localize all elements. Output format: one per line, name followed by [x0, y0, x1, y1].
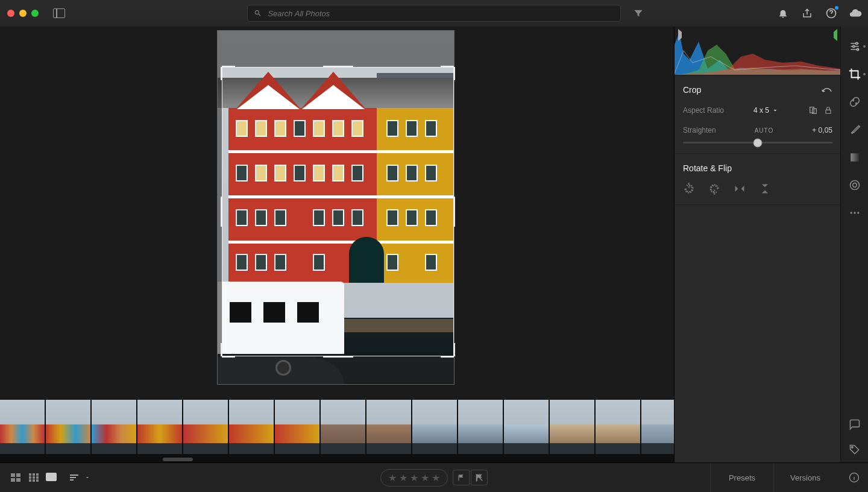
- filmstrip-thumb[interactable]: [550, 400, 594, 454]
- square-grid-button[interactable]: [28, 473, 40, 482]
- svg-point-5: [852, 45, 854, 47]
- filter-button[interactable]: [633, 8, 644, 19]
- svg-point-8: [852, 100, 854, 101]
- histogram-clip-right-icon[interactable]: [828, 29, 837, 41]
- flag-pick-button[interactable]: [453, 470, 470, 485]
- filmstrip-scroll[interactable]: [0, 400, 674, 455]
- versions-button[interactable]: Versions: [773, 463, 837, 492]
- flip-horizontal-icon[interactable]: [734, 183, 746, 195]
- straighten-label: Straighten: [683, 126, 716, 134]
- image-preview[interactable]: /*placeholder*/: [217, 30, 454, 385]
- linear-gradient-icon[interactable]: [841, 144, 868, 171]
- radial-gradient-icon[interactable]: [841, 171, 868, 199]
- crop-section: Crop Aspect Ratio 4 x 5: [675, 75, 841, 154]
- svg-rect-18: [16, 473, 20, 477]
- filmstrip[interactable]: [0, 400, 674, 463]
- svg-rect-25: [33, 476, 35, 479]
- filmstrip-thumb[interactable]: [183, 400, 228, 454]
- share-icon[interactable]: [800, 7, 814, 20]
- more-icon[interactable]: [841, 199, 868, 227]
- filmstrip-thumb[interactable]: [137, 400, 182, 454]
- detail-view-button[interactable]: [46, 473, 57, 481]
- svg-rect-29: [36, 479, 39, 482]
- filmstrip-thumb[interactable]: [458, 400, 503, 454]
- scrollbar-thumb[interactable]: [163, 458, 193, 461]
- cloud-sync-icon[interactable]: [849, 7, 862, 20]
- svg-point-12: [852, 183, 857, 188]
- filmstrip-thumb[interactable]: [92, 400, 136, 454]
- svg-rect-7: [849, 96, 860, 108]
- sort-control[interactable]: [69, 473, 90, 482]
- close-window-button[interactable]: [7, 10, 14, 17]
- svg-rect-3: [826, 110, 831, 113]
- filmstrip-thumb[interactable]: [504, 400, 549, 454]
- rotate-cw-icon[interactable]: [708, 183, 720, 195]
- chevron-down-icon: [772, 107, 779, 114]
- search-input[interactable]: [266, 8, 614, 19]
- svg-point-15: [857, 212, 859, 213]
- titlebar: [0, 0, 868, 27]
- histogram-clip-left-icon[interactable]: [678, 29, 688, 41]
- minimize-window-button[interactable]: [19, 10, 27, 17]
- edit-sliders-icon[interactable]: [841, 33, 868, 60]
- info-button[interactable]: [849, 472, 860, 483]
- flip-vertical-icon[interactable]: [759, 183, 771, 195]
- filmstrip-thumb[interactable]: [0, 400, 45, 454]
- preset-versions-group: Presets Versions: [710, 463, 837, 492]
- rotate-aspect-icon[interactable]: [808, 106, 818, 115]
- straighten-auto-button[interactable]: AUTO: [755, 127, 774, 134]
- brush-icon[interactable]: [841, 116, 868, 144]
- view-mode-group: [10, 473, 57, 482]
- help-icon[interactable]: [825, 7, 838, 20]
- filmstrip-thumb[interactable]: [229, 400, 274, 454]
- svg-rect-10: [851, 153, 859, 162]
- svg-rect-22: [33, 473, 35, 476]
- svg-rect-23: [36, 473, 39, 476]
- update-badge: [835, 6, 838, 10]
- filmstrip-thumb[interactable]: [321, 400, 365, 454]
- canvas-column: /*placeholder*/: [0, 27, 674, 463]
- search-field[interactable]: [247, 5, 621, 22]
- fullscreen-window-button[interactable]: [31, 10, 39, 17]
- svg-point-11: [850, 181, 859, 190]
- notifications-icon[interactable]: [776, 7, 790, 20]
- healing-icon[interactable]: [841, 88, 868, 116]
- aspect-ratio-dropdown[interactable]: 4 x 5: [753, 106, 779, 115]
- crop-panel: Crop Aspect Ratio 4 x 5: [674, 27, 841, 463]
- keywords-icon[interactable]: [841, 444, 868, 456]
- filmstrip-thumb[interactable]: [596, 400, 640, 454]
- star-rating[interactable]: ★★★★★: [380, 469, 448, 487]
- straighten-value: + 0,05: [812, 126, 832, 134]
- crop-title: Crop: [683, 85, 701, 95]
- svg-point-14: [854, 212, 855, 213]
- canvas-zone[interactable]: /*placeholder*/: [0, 27, 674, 400]
- svg-point-13: [850, 212, 852, 213]
- histogram[interactable]: [675, 27, 841, 75]
- filmstrip-thumb[interactable]: [366, 400, 411, 454]
- filmstrip-thumb[interactable]: [275, 400, 319, 454]
- svg-rect-26: [36, 476, 39, 479]
- svg-rect-19: [11, 478, 15, 482]
- chevron-down-icon: [84, 475, 90, 481]
- grid-view-button[interactable]: [10, 473, 22, 482]
- lock-aspect-icon[interactable]: [824, 106, 832, 115]
- filmstrip-scrollbar[interactable]: [0, 457, 674, 462]
- reset-crop-icon[interactable]: [822, 86, 832, 94]
- flag-reject-button[interactable]: [471, 470, 488, 485]
- straighten-slider[interactable]: [683, 142, 832, 144]
- rating-tools: ★★★★★: [380, 469, 488, 487]
- crop-tool-icon[interactable]: [841, 60, 868, 88]
- slider-thumb[interactable]: [753, 138, 763, 147]
- svg-rect-28: [33, 479, 35, 482]
- svg-rect-17: [11, 473, 15, 477]
- rotate-ccw-icon[interactable]: [683, 183, 695, 195]
- filmstrip-thumb[interactable]: [641, 400, 674, 454]
- filmstrip-thumb[interactable]: [46, 400, 90, 454]
- filmstrip-thumb[interactable]: [412, 400, 457, 454]
- crop-frame[interactable]: [222, 67, 454, 356]
- presets-button[interactable]: Presets: [710, 463, 773, 492]
- comments-icon[interactable]: [841, 418, 868, 430]
- toggle-sidebar-button[interactable]: [53, 8, 65, 18]
- svg-point-9: [855, 103, 857, 104]
- workspace: /*placeholder*/: [0, 27, 841, 463]
